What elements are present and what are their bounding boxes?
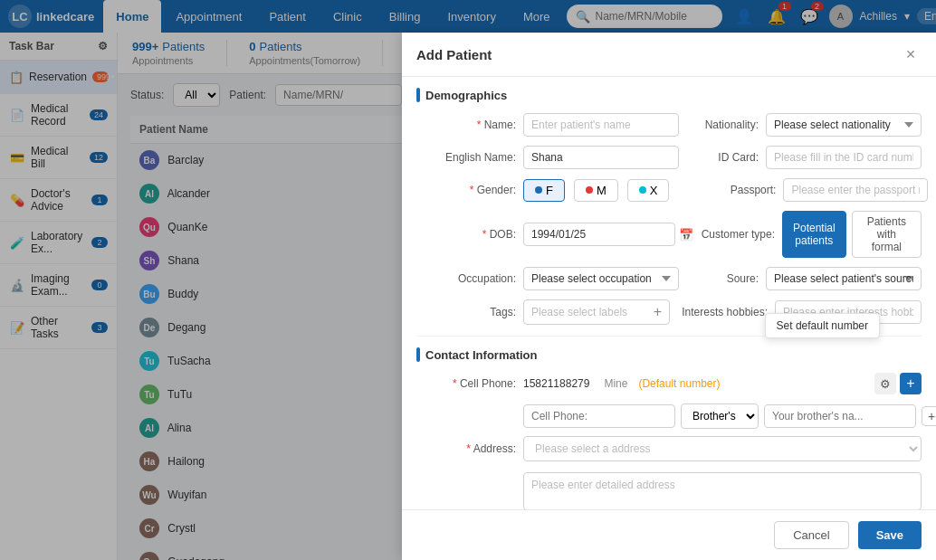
- cell-phone-row: Cell Phone: 15821188279 Mine (Default nu…: [416, 373, 922, 394]
- save-button[interactable]: Save: [858, 521, 922, 549]
- dob-label: DOB:: [416, 228, 516, 241]
- phone-extra-row: Brother's + −: [523, 403, 922, 429]
- nationality-label: Nationality:: [686, 119, 759, 131]
- source-select[interactable]: Please select patient's source: [766, 267, 922, 290]
- add-patient-modal: Add Patient × Demographics Name: Nationa…: [402, 33, 936, 560]
- gender-label: Gender:: [416, 184, 516, 196]
- calendar-icon[interactable]: 📅: [679, 228, 693, 242]
- english-name-input[interactable]: [523, 146, 679, 169]
- demographics-section-header: Demographics: [416, 88, 922, 102]
- gender-f-label: F: [546, 184, 553, 197]
- demographics-title: Demographics: [425, 89, 507, 102]
- phone-extra-input[interactable]: [523, 404, 675, 428]
- cancel-button[interactable]: Cancel: [774, 521, 848, 549]
- address-detail-input[interactable]: [523, 472, 922, 509]
- phone-extra-actions: + −: [922, 406, 936, 426]
- dob-input[interactable]: [523, 223, 675, 246]
- phone-settings: ⚙ +: [874, 373, 922, 394]
- phone-add-button[interactable]: +: [900, 373, 922, 394]
- tags-placeholder: Please select labels: [531, 306, 650, 318]
- address-select[interactable]: Please select a address: [523, 436, 922, 461]
- source-label: Soure:: [686, 272, 759, 285]
- occupation-select[interactable]: Please select occupation: [523, 267, 679, 290]
- contact-section-dot: [416, 347, 420, 362]
- cell-phone-label: Cell Phone:: [416, 377, 516, 390]
- gender-m-dot: [586, 186, 593, 194]
- gender-x-dot: [639, 186, 646, 194]
- address-row: Address: Please select a address: [416, 436, 922, 509]
- gender-f-dot: [535, 186, 542, 194]
- phone-relation-select[interactable]: Brother's: [681, 403, 759, 429]
- gender-x-label: X: [650, 184, 658, 197]
- gender-m[interactable]: M: [574, 179, 618, 202]
- phone-name-input[interactable]: [764, 404, 916, 428]
- tags-label: Tags:: [416, 306, 516, 318]
- modal-close-button[interactable]: ×: [900, 43, 922, 65]
- customer-type-label: Customer type:: [693, 228, 775, 241]
- set-default-tooltip: Set default number: [765, 313, 880, 338]
- modal-footer: Cancel Save: [402, 509, 936, 560]
- customer-type-group: Potential patients Patients with formal: [782, 211, 922, 258]
- contact-section-header: Contact Information: [416, 347, 922, 362]
- cell-phone-value: 15821188279: [523, 377, 589, 390]
- gender-group: F M X: [523, 179, 669, 202]
- phone-default: (Default number): [638, 377, 720, 390]
- tags-add-icon[interactable]: +: [654, 304, 662, 320]
- gender-m-label: M: [597, 184, 606, 197]
- address-label: Address:: [416, 442, 516, 455]
- name-label: Name:: [416, 119, 516, 131]
- interests-label: Interests hobbies:: [677, 306, 768, 318]
- passport-label: Passport:: [703, 184, 776, 196]
- phone-mine: Mine: [604, 377, 627, 390]
- name-input[interactable]: [523, 113, 679, 137]
- id-card-input[interactable]: [766, 146, 922, 169]
- occupation-label: Occupation:: [416, 272, 516, 285]
- passport-input[interactable]: [783, 178, 928, 202]
- modal-header: Add Patient ×: [402, 33, 936, 77]
- section-dot: [416, 88, 420, 102]
- id-card-label: ID Card:: [686, 151, 759, 164]
- gender-f[interactable]: F: [523, 179, 565, 202]
- phone-plus-button[interactable]: +: [922, 406, 936, 426]
- name-row: Name: Nationality: Please select nationa…: [416, 113, 922, 137]
- phone-gear-icon[interactable]: ⚙: [874, 373, 896, 394]
- customer-type-formal[interactable]: Patients with formal: [852, 211, 922, 258]
- contact-title: Contact Information: [425, 348, 538, 362]
- modal-title: Add Patient: [416, 47, 492, 62]
- customer-type-potential[interactable]: Potential patients: [782, 211, 846, 258]
- modal-body: Demographics Name: Nationality: Please s…: [402, 77, 936, 509]
- english-name-row: English Name: ID Card:: [416, 146, 922, 169]
- tags-input[interactable]: Please select labels +: [523, 299, 670, 325]
- english-name-label: English Name:: [416, 151, 516, 164]
- gender-x[interactable]: X: [627, 179, 670, 202]
- dob-row: DOB: 📅 Customer type: Potential patients…: [416, 211, 922, 258]
- gender-row: Gender: F M X Passport:: [416, 178, 922, 202]
- nationality-select[interactable]: Please select nationality: [766, 113, 922, 137]
- occupation-row: Occupation: Please select occupation Sou…: [416, 267, 922, 290]
